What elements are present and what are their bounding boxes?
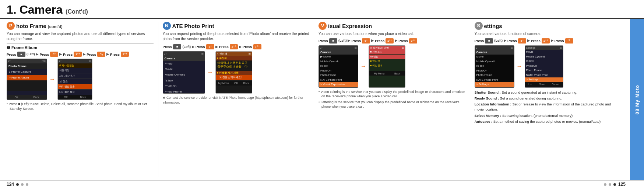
press-btn-26: ²⁄₆ [97, 52, 105, 57]
page-container: 1. Camera (Cont'd) 08 My Moto P hoto Fra… [0, 0, 644, 188]
settings-popup-item3: i's box [525, 59, 563, 64]
nate-press-row: Press ■ (Left) ▶ Press 5⁺ ▶ Press 1⁺⁺ ▶ … [163, 44, 310, 49]
nate-menu-photoframe: Photo Frame [163, 89, 205, 94]
visual-popup-subhdr: My상점 [369, 55, 405, 59]
visual-press-btn-1: 1⁺⁺ [386, 38, 394, 43]
footer-dot-4 [604, 183, 606, 186]
visual-icon: V [319, 22, 327, 30]
photo-frame-icon: P [7, 22, 15, 30]
photo-frame-icon-letter: P [9, 22, 13, 29]
settings-screen-bottom: My Menu OK Back [475, 87, 514, 88]
nate-menu-ibox: i's box [163, 78, 205, 83]
photo-frame-desc: You can manage and view the captured pho… [7, 31, 154, 41]
footer-dot-5 [609, 183, 611, 186]
visual-header: V isual Expression [319, 22, 465, 30]
phone-popup-col3: 영상판화/배터박 ⊞ ■ 전보조서 My상점 ■ 앙감성 ■ 이성인내 My M… [369, 45, 405, 88]
footer-dot-2 [21, 183, 24, 186]
visual-press-row: Press ■ (Left) ▶ Press 5⁺ ▶ Press 1⁺⁺ ▶ … [319, 38, 465, 43]
arrow-2: → [207, 68, 213, 76]
screen-label-photo-frame: Photo Frame [7, 63, 47, 69]
visual-screen-title: 2↑ ⊞ [319, 46, 358, 50]
popup-item-1: 서울식당 [58, 68, 92, 73]
nate-press-btn-1: 1⁺⁺ [230, 44, 238, 49]
nate-menu-movie: Movie [163, 66, 205, 72]
popup2-section: ■ 수신자 [216, 56, 252, 60]
col-photo-frame: P hoto Frame (cont'd) You can manage and… [7, 22, 158, 177]
footer-left: 124 [7, 182, 28, 187]
settings-icon-letter: S [477, 22, 480, 29]
popup-header-text: 백지사진열람 [58, 63, 92, 68]
visual-popup-item2: ■ 이성인내 [369, 63, 405, 68]
visual-press-btn-3: 3⁺⁺ [409, 38, 417, 43]
press-btn-1-1: 1⁺⁺ [74, 52, 82, 57]
chapter-subtitle: (Cont'd) [66, 8, 88, 15]
visual-icon-letter: V [321, 22, 324, 29]
visual-menu-cyworld: Mobile Cyworld [319, 59, 358, 64]
footer-right: 125 [604, 182, 626, 187]
menu-frame-capture: 1 Frame Capture [7, 69, 47, 74]
nate-icon-letter: N [165, 22, 168, 29]
popup-item-3: 보 전소 [58, 79, 92, 84]
nate-menu-photo: Photo [163, 61, 205, 66]
page-header: 1. Camera (Cont'd) [0, 0, 644, 19]
nate-icon: N [163, 22, 171, 30]
menu-frame-album-selected: > Frame Album [7, 75, 47, 80]
settings-menu-nate: NATE Photo Print [475, 78, 514, 83]
visual-menu-ibox: i's box [319, 64, 358, 69]
settings-press-btn-9: ⁹ [565, 38, 573, 43]
col1-screenshots: 2↑ P⊞ Photo Frame 1 Frame Capture > Fram… [7, 59, 154, 100]
settings-popup-item5: Photo Frame [525, 68, 563, 73]
side-tab: 08 My Moto [630, 19, 644, 180]
col3-notes: • Video coloring is the service that you… [319, 90, 465, 109]
visual-popup-header: ■ 전보조서 [369, 50, 405, 54]
popup-bottom-bar: OK Back [58, 95, 92, 100]
nate-screen-label: Camera [163, 56, 205, 61]
col-visual: V isual Expression You can use various f… [314, 22, 470, 177]
col3-note-1: • Video coloring is the service that you… [319, 90, 465, 99]
settings-popup-title: Settings ⊞ [525, 46, 563, 50]
press-btn-left-1: ■ [17, 52, 25, 57]
settings-popup-item1: Movie [525, 50, 563, 55]
nate-desc: You can request printing of the photos s… [163, 31, 310, 41]
popup2-title: 사진인쇄 ⊞ [216, 52, 252, 56]
settings-popup-item6: NATE Photo Print [525, 73, 563, 78]
frame-album-title: ❷ Frame Album [7, 45, 154, 51]
nate-screen-title: 2↑ ⊞ [163, 52, 205, 56]
footer-dot-1 [16, 183, 19, 186]
settings-press-row: Press ■ (Left) ▶ Press 5⁺ ▶ Press 1⁺⁺ ▶ … [475, 38, 622, 43]
settings-screen-label: Camera [475, 50, 514, 55]
nate-menu-mobile: Mobile Cymorld [163, 72, 205, 77]
screen-title-1: 2↑ P⊞ [7, 59, 47, 63]
popup-item-2: 사진제작연관 [58, 73, 92, 79]
visual-desc: You can use various functions when you p… [319, 31, 465, 36]
popup-item-4-sel: 마이앨범전송 [58, 84, 92, 90]
settings-press-btn-1: 1⁺⁺ [542, 38, 550, 43]
popup2-item-sel: 〈사진을 선택하세요〉 [216, 75, 252, 80]
visual-popup-item1: ■ 앙감성 [369, 59, 405, 63]
footer-dot-6 [613, 183, 616, 186]
settings-header: S ettings [475, 22, 622, 30]
visual-press-btn-5: 5⁺ [362, 38, 370, 43]
press-btn-5-1: 5⁺ [50, 52, 58, 57]
arrow-1: → [49, 75, 55, 83]
col1-note: • Press ■ (Left) to use Delete, Delete a… [7, 102, 154, 111]
press-btn-2: 2⁺⁺ [121, 52, 129, 57]
page-num-left: 124 [7, 182, 14, 187]
settings-menu-movie: Movie [475, 55, 514, 59]
phone-screen-col3-1: 2↑ ⊞ Camera ▶ Movie Mobile Cyworld i's b… [319, 45, 358, 88]
col2-screenshots: 2↑ ⊞ Camera Photo Movie Mobile Cymorld i… [163, 51, 310, 94]
popup-item-5: 대기화면설정 [58, 90, 92, 95]
page-num-right: 125 [618, 182, 626, 187]
settings-menu-frame: Photo Frame [475, 73, 514, 78]
phone-popup-col4: Settings ⊞ Movie Mobile Cyworld i's box … [525, 45, 563, 88]
visual-press-btn-left: ■ [329, 38, 337, 43]
settings-popup-bottom: List Save Cancel [525, 82, 563, 87]
settings-memory: Select Memory : Set saving location. (ph… [475, 113, 622, 118]
visual-popup-title: 영상판화/배터박 ⊞ [369, 46, 405, 50]
photo-frame-title: hoto Frame (cont'd) [16, 22, 63, 30]
nate-title: ATE Photo Print [172, 22, 214, 30]
page-footer: 124 125 [0, 180, 644, 188]
nate-press-btn-7: 7⁺⁺ [253, 44, 261, 49]
visual-title: isual Expression [328, 22, 372, 30]
settings-press-btn-5: 5⁺ [518, 38, 526, 43]
